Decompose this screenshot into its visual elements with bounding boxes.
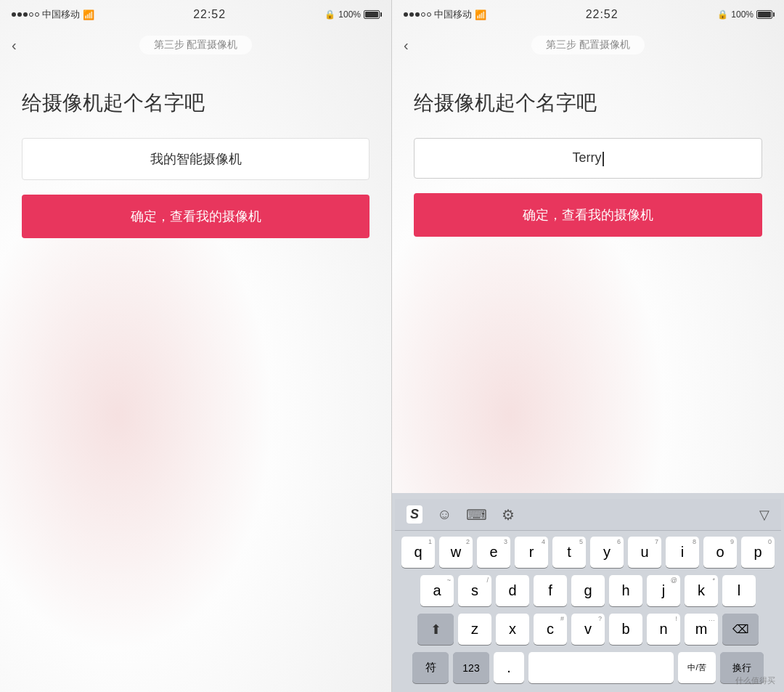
battery-fill-right [758, 12, 771, 17]
status-left-right: 中国移动 📶 [404, 8, 486, 21]
time-left: 22:52 [193, 8, 226, 21]
camera-name-value-left: 我的智能摄像机 [150, 152, 242, 166]
keyboard: S ☺ ⌨ ⚙ ▽ 1q 2w 3e 4r 5t 6y 7u 8i 9o [392, 493, 784, 692]
battery-fill-left [365, 12, 378, 17]
back-chevron-left: ‹ [12, 37, 17, 54]
back-chevron-right: ‹ [404, 37, 409, 54]
keyboard-toolbar: S ☺ ⌨ ⚙ ▽ [395, 499, 781, 531]
rdot3 [415, 12, 420, 17]
rdot1 [404, 12, 408, 17]
key-t[interactable]: 5t [552, 537, 586, 568]
key-m[interactable]: …m [685, 614, 718, 645]
key-a[interactable]: ~a [420, 575, 454, 606]
lang-switch-key[interactable]: 中/苦 [678, 652, 716, 683]
back-button-left[interactable]: ‹ [12, 31, 23, 60]
key-u[interactable]: 7u [628, 537, 661, 568]
camera-name-input-right[interactable]: Terry [414, 138, 762, 178]
watermark: 什么值得买 [735, 675, 775, 686]
num-key[interactable]: 123 [453, 652, 489, 683]
rdot5 [427, 12, 431, 17]
battery-pct-left: 100% [338, 9, 361, 20]
back-button-right[interactable]: ‹ [404, 31, 415, 60]
status-left: 中国移动 📶 [12, 8, 94, 21]
key-z[interactable]: z [458, 614, 491, 645]
nav-bar-right: ‹ 第三步 配置摄像机 [392, 29, 784, 61]
signal-dots [12, 12, 39, 17]
key-row-2: ~a /s d f g h @j *k l [398, 575, 778, 606]
battery-icon-left [364, 10, 380, 19]
dot3 [23, 12, 28, 17]
key-o[interactable]: 9o [703, 537, 737, 568]
camera-name-input-left[interactable]: 我的智能摄像机 [22, 138, 369, 180]
wifi-icon-left: 📶 [83, 9, 94, 20]
text-cursor [603, 152, 604, 166]
main-content-right: 给摄像机起个名字吧 Terry 确定，查看我的摄像机 [392, 61, 784, 493]
key-x[interactable]: x [496, 614, 529, 645]
sogou-icon[interactable]: S [407, 505, 422, 524]
key-row-3: ⬆ z x #c ?v b !n …m ⌫ [398, 614, 778, 645]
rdot2 [409, 12, 414, 17]
key-e[interactable]: 3e [477, 537, 510, 568]
shift-key[interactable]: ⬆ [417, 614, 454, 645]
dot1 [12, 12, 16, 17]
key-j[interactable]: @j [647, 575, 680, 606]
confirm-button-right[interactable]: 确定，查看我的摄像机 [414, 193, 762, 237]
keyboard-icon[interactable]: ⌨ [466, 506, 487, 524]
status-bar-left: 中国移动 📶 22:52 🔒 100% [0, 0, 391, 29]
nav-title-left: 第三步 配置摄像机 [139, 36, 253, 54]
key-row-1: 1q 2w 3e 4r 5t 6y 7u 8i 9o 0p [398, 537, 778, 568]
keyboard-rows: 1q 2w 3e 4r 5t 6y 7u 8i 9o 0p ~a /s d f [395, 531, 781, 689]
main-content-left: 给摄像机起个名字吧 我的智能摄像机 确定，查看我的摄像机 [0, 61, 391, 692]
key-y[interactable]: 6y [590, 537, 624, 568]
key-g[interactable]: g [571, 575, 605, 606]
battery-icon-right [756, 10, 772, 19]
status-right-left: 🔒 100% [324, 9, 380, 20]
dot5 [35, 12, 39, 17]
key-k[interactable]: *k [685, 575, 718, 606]
lock-icon-left: 🔒 [324, 9, 335, 20]
key-r[interactable]: 4r [515, 537, 548, 568]
carrier-left: 中国移动 [42, 8, 80, 21]
left-panel: 中国移动 📶 22:52 🔒 100% ‹ 第三步 配置摄像机 给摄像机起个名字… [0, 0, 392, 692]
time-right: 22:52 [586, 8, 618, 21]
space-key[interactable] [528, 652, 674, 683]
key-n[interactable]: !n [647, 614, 680, 645]
status-bar-right: 中国移动 📶 22:52 🔒 100% [392, 0, 784, 29]
camera-name-value-right: Terry [573, 150, 602, 165]
symbol-key[interactable]: 符 [412, 652, 449, 683]
nav-title-right: 第三步 配置摄像机 [531, 36, 645, 54]
emoji-icon[interactable]: ☺ [437, 506, 452, 523]
dismiss-keyboard-icon[interactable]: ▽ [759, 507, 769, 523]
key-p[interactable]: 0p [741, 537, 775, 568]
battery-pct-right: 100% [731, 9, 754, 20]
key-s[interactable]: /s [458, 575, 491, 606]
key-q[interactable]: 1q [401, 537, 435, 568]
dot2 [17, 12, 22, 17]
key-f[interactable]: f [534, 575, 567, 606]
key-i[interactable]: 8i [666, 537, 699, 568]
carrier-right: 中国移动 [434, 8, 472, 21]
key-d[interactable]: d [496, 575, 529, 606]
dot4 [29, 12, 33, 17]
lock-icon-right: 🔒 [717, 9, 728, 20]
key-row-4: 符 123 . 中/苦 换行 [398, 652, 778, 683]
period-key[interactable]: . [494, 652, 524, 683]
page-title-right: 给摄像机起个名字吧 [414, 90, 762, 116]
key-l[interactable]: l [722, 575, 756, 606]
rdot4 [421, 12, 425, 17]
settings-icon[interactable]: ⚙ [502, 506, 515, 524]
delete-key[interactable]: ⌫ [722, 614, 759, 645]
key-c[interactable]: #c [534, 614, 567, 645]
confirm-button-left[interactable]: 确定，查看我的摄像机 [22, 195, 369, 238]
status-right-right: 🔒 100% [717, 9, 772, 20]
key-v[interactable]: ?v [571, 614, 605, 645]
wifi-icon-right: 📶 [475, 9, 486, 20]
right-panel: 中国移动 📶 22:52 🔒 100% ‹ 第三步 配置摄像机 给摄像机起个名字… [392, 0, 784, 692]
key-w[interactable]: 2w [439, 537, 473, 568]
key-h[interactable]: h [609, 575, 642, 606]
key-b[interactable]: b [609, 614, 642, 645]
signal-dots-right [404, 12, 431, 17]
nav-bar-left: ‹ 第三步 配置摄像机 [0, 29, 391, 61]
page-title-left: 给摄像机起个名字吧 [22, 90, 369, 116]
